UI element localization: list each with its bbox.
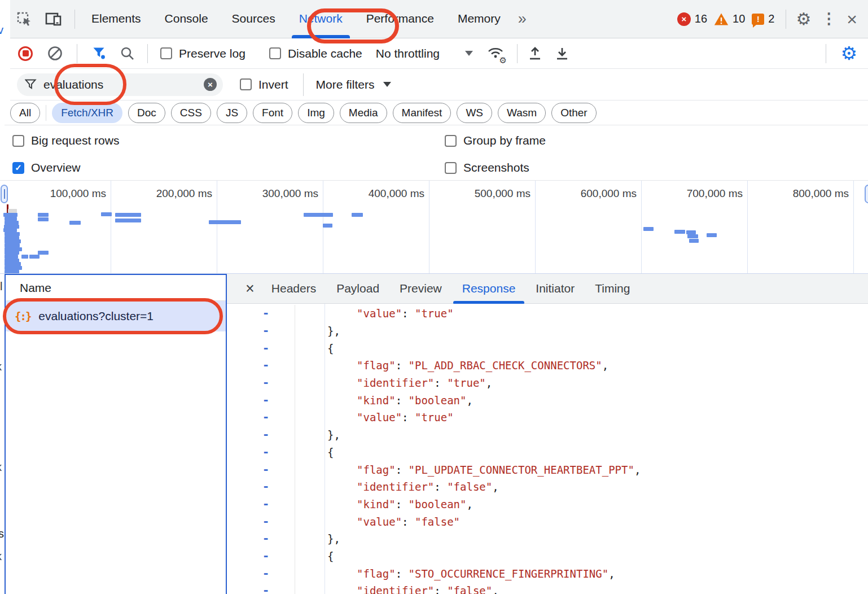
code-line: -"identifier": "false", [227, 478, 868, 496]
console-warnings-badge[interactable]: 10 [714, 12, 745, 26]
invert-label: Invert [258, 78, 288, 91]
detail-tab-payload[interactable]: Payload [326, 274, 389, 304]
chip-wasm[interactable]: Wasm [498, 103, 546, 123]
issues-badge[interactable]: ! 2 [752, 12, 774, 25]
record-network-log-button[interactable] [18, 46, 33, 61]
chip-other[interactable]: Other [551, 103, 597, 123]
network-settings-gear-icon[interactable]: ⚙ [835, 44, 862, 63]
page-edge-fragment: v [0, 24, 3, 37]
detail-tab-response[interactable]: Response [452, 274, 526, 304]
import-har-icon[interactable] [525, 44, 545, 63]
network-overview-timeline[interactable]: 100,000 ms200,000 ms300,000 ms400,000 ms… [0, 181, 868, 274]
fold-marker-icon[interactable]: - [262, 359, 270, 372]
timeline-gridline [217, 181, 217, 273]
fold-marker-icon[interactable]: - [262, 410, 270, 424]
timeline-right-handle[interactable] [865, 185, 868, 203]
fold-marker-icon[interactable]: - [262, 428, 270, 442]
chip-all[interactable]: All [10, 103, 40, 123]
group-by-frame-checkbox[interactable] [445, 135, 457, 147]
fold-marker-icon[interactable]: - [262, 497, 270, 511]
chip-doc[interactable]: Doc [128, 103, 165, 123]
fold-marker-icon[interactable]: - [262, 515, 270, 529]
timeline-left-handle[interactable] [1, 185, 8, 203]
code-line: -"flag": "PL_ADD_RBAC_CHECK_CONNECTORS", [227, 357, 868, 374]
fold-marker-icon[interactable]: - [262, 342, 270, 355]
export-har-icon[interactable] [553, 44, 572, 63]
chip-css[interactable]: CSS [171, 103, 211, 123]
close-devtools-icon[interactable]: × [841, 10, 862, 28]
overview-request-bar [38, 217, 49, 221]
fold-marker-icon[interactable]: - [262, 567, 270, 580]
disable-cache-label: Disable cache [288, 47, 362, 60]
view-options: Big request rows Group by frame ✓ Overvi… [0, 125, 868, 181]
chip-media[interactable]: Media [340, 103, 387, 123]
code-line: -}, [227, 322, 868, 340]
more-tabs-icon[interactable]: » [512, 10, 532, 28]
fold-marker-icon[interactable]: - [262, 463, 270, 477]
name-column-header[interactable]: Name [6, 275, 226, 301]
fold-marker-icon[interactable]: - [262, 549, 270, 563]
overview-request-bar [304, 213, 333, 217]
screenshots-checkbox[interactable] [445, 162, 457, 174]
close-detail-icon[interactable]: × [246, 281, 255, 296]
json-braces-icon: {:} [15, 310, 30, 322]
disable-cache-checkbox[interactable] [269, 47, 281, 59]
device-toolbar-icon[interactable] [44, 10, 63, 29]
tab-memory[interactable]: Memory [446, 0, 512, 38]
overview-checkbox[interactable]: ✓ [12, 162, 24, 174]
page-edge-fragment: k [0, 360, 2, 373]
fold-marker-icon[interactable]: - [262, 324, 270, 338]
tab-console[interactable]: Console [153, 0, 220, 38]
issues-icon: ! [752, 14, 764, 25]
network-conditions-icon[interactable]: ⚙ [486, 45, 506, 62]
throttling-select[interactable]: No throttling [376, 47, 440, 60]
console-errors-badge[interactable]: × 16 [677, 12, 707, 26]
more-filters-button[interactable]: More filters [316, 78, 375, 91]
invert-checkbox[interactable] [240, 78, 252, 90]
chip-img[interactable]: Img [298, 103, 334, 123]
code-line: -"kind": "boolean", [227, 496, 868, 513]
timeline-tick-label: 700,000 ms [652, 187, 743, 200]
filter-funnel-icon[interactable] [90, 44, 109, 63]
fold-marker-icon[interactable]: - [262, 376, 270, 390]
overview-request-bar [5, 239, 21, 243]
code-line: -}, [227, 530, 868, 548]
kebab-menu-icon[interactable]: ⋮ [816, 11, 841, 27]
inspect-element-icon[interactable] [15, 10, 34, 29]
timeline-tick-label: 300,000 ms [228, 187, 318, 200]
big-request-rows-checkbox[interactable] [12, 135, 24, 147]
chevron-down-icon[interactable] [383, 82, 391, 87]
chip-font[interactable]: Font [253, 103, 292, 123]
clear-filter-icon[interactable]: × [204, 78, 217, 91]
fold-marker-icon[interactable]: - [262, 446, 270, 459]
indent-guide [325, 304, 325, 594]
clear-network-log-icon[interactable] [45, 44, 64, 63]
detail-tab-initiator[interactable]: Initiator [525, 274, 585, 304]
tab-sources[interactable]: Sources [220, 0, 287, 38]
fold-marker-icon[interactable]: - [262, 584, 270, 594]
tab-performance[interactable]: Performance [354, 0, 446, 38]
chevron-down-icon[interactable] [465, 51, 473, 56]
tab-elements[interactable]: Elements [80, 0, 153, 38]
chip-js[interactable]: JS [217, 103, 247, 123]
tab-network[interactable]: Network [287, 0, 354, 38]
fold-marker-icon[interactable]: - [262, 480, 270, 493]
chip-manifest[interactable]: Manifest [393, 103, 451, 123]
detail-tab-timing[interactable]: Timing [585, 274, 640, 304]
fold-marker-icon[interactable]: - [262, 307, 270, 320]
settings-gear-icon[interactable]: ⚙ [791, 11, 816, 28]
chip-ws[interactable]: WS [457, 103, 492, 123]
overview-request-bar [674, 230, 685, 234]
filter-input[interactable]: evaluations × [17, 73, 223, 96]
funnel-icon [25, 79, 37, 90]
fold-marker-icon[interactable]: - [262, 394, 270, 407]
fold-marker-icon[interactable]: - [262, 532, 270, 545]
request-row[interactable]: {:} evaluations?cluster=1 [6, 301, 226, 331]
code-gutter: - [227, 426, 295, 444]
chip-fetch-xhr[interactable]: Fetch/XHR [52, 103, 122, 123]
preserve-log-checkbox[interactable] [160, 47, 172, 59]
detail-tab-headers[interactable]: Headers [261, 274, 326, 304]
detail-tab-preview[interactable]: Preview [389, 274, 452, 304]
search-icon[interactable] [118, 44, 137, 63]
overview-request-bar [5, 270, 19, 274]
